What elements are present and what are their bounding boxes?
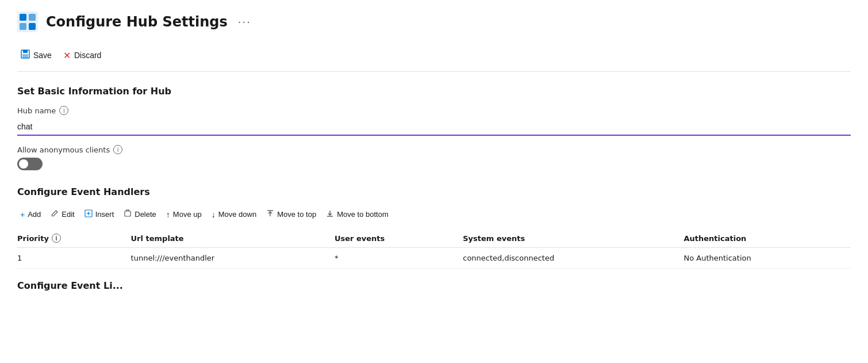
move-to-top-button[interactable]: Move to top (263, 207, 323, 222)
page-header: Configure Hub Settings ··· (17, 12, 851, 32)
event-handlers-table: Priority i Url template User events Syst… (17, 229, 851, 269)
delete-button[interactable]: Delete (121, 207, 163, 222)
event-toolbar: + Add Edit Insert (17, 207, 851, 222)
allow-anon-info-icon[interactable]: i (113, 145, 122, 154)
save-button[interactable]: Save (17, 46, 60, 64)
allow-anon-label-row: Allow anonymous clients i (17, 145, 851, 154)
insert-button[interactable]: Insert (82, 207, 121, 222)
bottom-section-title: Configure Event Li... (17, 280, 851, 291)
event-handlers-title: Configure Event Handlers (17, 186, 851, 197)
hub-name-info-icon[interactable]: i (59, 106, 68, 115)
cell-authentication: No Authentication (683, 248, 851, 269)
move-to-bottom-button[interactable]: Move to bottom (323, 207, 395, 222)
cell-priority: 1 (17, 248, 131, 269)
svg-rect-1 (20, 14, 26, 21)
move-up-label: Move up (173, 210, 202, 219)
allow-anon-toggle[interactable] (17, 158, 43, 170)
table-row: 1 tunnel:///eventhandler * connected,dis… (17, 248, 851, 269)
allow-anon-toggle-wrapper (17, 158, 851, 170)
move-to-bottom-icon (326, 209, 334, 219)
hub-name-input[interactable] (17, 119, 851, 136)
move-up-button[interactable]: ↑ Move up (163, 207, 209, 222)
svg-rect-6 (23, 50, 28, 53)
cell-system-events: connected,disconnected (463, 248, 683, 269)
app-icon (17, 12, 38, 32)
svg-rect-7 (22, 54, 28, 58)
add-button[interactable]: + Add (17, 207, 48, 222)
save-icon (21, 49, 30, 61)
event-handlers-section: Configure Event Handlers + Add Edit Ins (17, 186, 851, 269)
bottom-section: Configure Event Li... (17, 280, 851, 291)
add-icon: + (20, 210, 25, 219)
move-down-label: Move down (218, 210, 256, 219)
main-toolbar: Save ✕ Discard (17, 46, 851, 72)
move-to-top-label: Move to top (277, 210, 316, 219)
svg-rect-11 (125, 211, 130, 216)
allow-anon-label: Allow anonymous clients (17, 146, 110, 154)
move-down-button[interactable]: ↓ Move down (209, 207, 263, 222)
cell-url-template: tunnel:///eventhandler (131, 248, 335, 269)
delete-icon (124, 209, 132, 219)
col-priority: Priority i (17, 229, 131, 248)
save-label: Save (33, 51, 52, 60)
col-system-events: System events (463, 229, 683, 248)
hub-name-label-row: Hub name i (17, 106, 851, 115)
discard-button[interactable]: ✕ Discard (60, 47, 109, 64)
col-url-template: Url template (131, 229, 335, 248)
edit-icon (51, 209, 59, 219)
discard-label: Discard (74, 51, 101, 60)
edit-button[interactable]: Edit (48, 207, 81, 222)
discard-icon: ✕ (63, 50, 71, 61)
basic-info-title: Set Basic Information for Hub (17, 86, 851, 97)
delete-label: Delete (135, 210, 156, 219)
col-authentication: Authentication (683, 229, 851, 248)
priority-info-icon[interactable]: i (52, 234, 61, 243)
svg-rect-4 (29, 23, 36, 30)
hub-name-label: Hub name (17, 106, 56, 115)
basic-info-section: Set Basic Information for Hub Hub name i… (17, 86, 851, 170)
svg-rect-3 (20, 23, 26, 30)
insert-label: Insert (95, 210, 114, 219)
move-down-icon: ↓ (212, 210, 216, 219)
cell-user-events: * (335, 248, 463, 269)
col-user-events: User events (335, 229, 463, 248)
toggle-knob (19, 159, 28, 169)
svg-rect-2 (29, 14, 36, 21)
move-up-icon: ↑ (166, 210, 170, 219)
move-to-top-icon (266, 209, 274, 219)
more-options-button[interactable]: ··· (238, 16, 251, 28)
table-header-row: Priority i Url template User events Syst… (17, 229, 851, 248)
edit-label: Edit (62, 210, 74, 219)
insert-icon (85, 209, 93, 219)
move-to-bottom-label: Move to bottom (337, 210, 389, 219)
add-label: Add (28, 210, 41, 219)
page-title: Configure Hub Settings (46, 14, 228, 30)
